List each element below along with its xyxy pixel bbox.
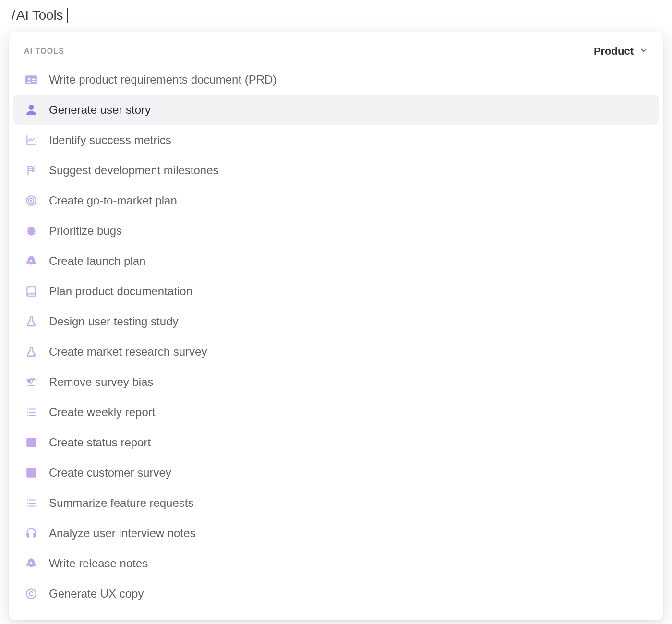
rocket-icon [24,556,38,571]
menu-item-label: Prioritize bugs [49,224,122,238]
text-cursor [67,8,68,23]
flask-icon [24,314,38,329]
menu-item[interactable]: Prioritize bugs [13,216,659,246]
menu-item[interactable]: Create market research survey [13,336,659,367]
menu-item[interactable]: Design user testing study [13,306,659,336]
menu-item-label: Generate user story [49,103,151,117]
filter-label: Product [594,45,634,58]
dropdown-header: AI TOOLS Product [9,40,663,64]
menu-item-label: Design user testing study [49,315,178,328]
report-icon [24,435,38,450]
menu-item[interactable]: Plan product documentation [13,276,659,306]
menu-item-label: Create weekly report [49,406,155,419]
bug-icon [24,224,38,238]
command-input[interactable]: / AI Tools [9,6,663,32]
menu-item-label: Summarize feature requests [49,496,193,510]
menu-item[interactable]: Write release notes [13,548,659,578]
menu-item[interactable]: Create launch plan [13,246,659,276]
menu-item-label: Write product requirements document (PRD… [49,73,276,86]
menu-item-label: Remove survey bias [49,375,153,389]
id-card-icon [24,72,38,87]
menu-item[interactable]: Generate user story [13,95,659,125]
menu-list: Write product requirements document (PRD… [9,64,663,609]
rocket-icon [24,254,38,268]
menu-item[interactable]: Create weekly report [13,397,659,427]
menu-item-label: Create market research survey [49,345,207,359]
copyright-icon [24,587,38,601]
book-icon [24,284,38,299]
menu-item-label: Create customer survey [49,466,171,480]
person-icon [24,103,38,117]
menu-item[interactable]: Create go-to-market plan [13,185,659,216]
flag-checkered-icon [24,163,38,178]
menu-item-label: Suggest development milestones [49,164,219,177]
menu-item-label: Create go-to-market plan [49,194,177,207]
menu-item[interactable]: Identify success metrics [13,125,659,155]
chevron-down-icon [639,45,648,58]
menu-item-label: Plan product documentation [49,285,192,298]
ai-tools-dropdown: AI TOOLS Product Write product requireme… [9,32,663,620]
menu-item[interactable]: Write product requirements document (PRD… [13,64,659,95]
list-icon [24,405,38,420]
menu-item-label: Create status report [49,436,151,449]
menu-item-label: Write release notes [49,557,148,570]
menu-item-label: Generate UX copy [49,587,144,600]
headset-icon [24,526,38,540]
bar-chart-icon [24,466,38,480]
chart-line-icon [24,133,38,147]
section-title: AI TOOLS [24,47,64,56]
command-slash: / [12,8,15,23]
menu-item[interactable]: Create status report [13,427,659,457]
target-icon [24,193,38,208]
menu-item[interactable]: Summarize feature requests [13,488,659,518]
menu-item[interactable]: Remove survey bias [13,367,659,397]
menu-item-label: Analyze user interview notes [49,527,195,540]
menu-item[interactable]: Create customer survey [13,457,659,488]
filter-selector[interactable]: Product [594,45,648,58]
balance-icon [24,375,38,389]
command-text: AI Tools [16,8,63,23]
menu-item-label: Identify success metrics [49,133,171,147]
flask-icon [24,345,38,359]
menu-item[interactable]: Suggest development milestones [13,155,659,185]
menu-item[interactable]: Analyze user interview notes [13,518,659,548]
menu-item-label: Create launch plan [49,254,145,268]
menu-item[interactable]: Generate UX copy [13,578,659,609]
list-icon [24,496,38,510]
